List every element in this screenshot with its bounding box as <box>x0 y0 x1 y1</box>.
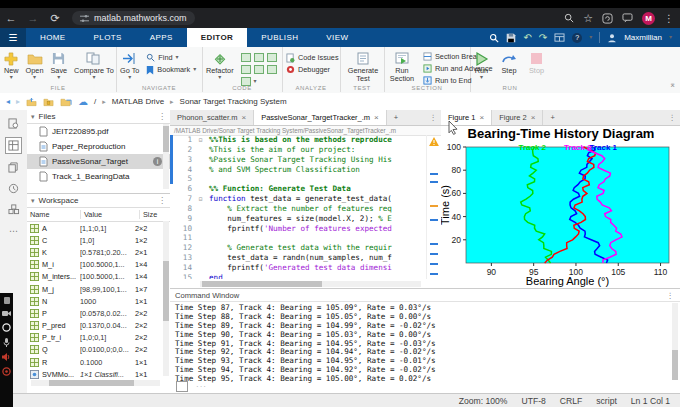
status-encoding[interactable]: UTF-8 <box>521 396 545 406</box>
workspace-scrollbar[interactable] <box>163 221 169 376</box>
layout-icon[interactable] <box>554 33 565 43</box>
panel-menu-icon[interactable]: ⋮ <box>158 112 166 121</box>
upload-icon[interactable] <box>26 97 37 107</box>
file-row[interactable]: PassiveSonar_Targeti <box>27 154 170 169</box>
files-scrollbar[interactable] <box>163 124 169 189</box>
close-icon[interactable]: × <box>374 113 379 122</box>
command-scrollbar[interactable] <box>672 303 678 380</box>
fold-icon[interactable]: ⊟ <box>196 194 205 204</box>
column-value[interactable]: Value <box>81 210 140 219</box>
mw-tab-publish[interactable]: PUBLISH <box>247 28 312 47</box>
workspace-row[interactable]: N10001×1 <box>27 295 170 307</box>
compare-to-button[interactable]: Compare To▾ <box>74 50 114 80</box>
browser-back-icon[interactable]: ← <box>0 12 22 24</box>
bookmark-button[interactable]: Bookmark▾ <box>146 64 196 75</box>
refactor-button[interactable]: Refactor▾ <box>206 50 234 87</box>
new-button[interactable]: New▾ <box>4 50 19 80</box>
workspace-panel-icon[interactable] <box>5 137 22 154</box>
apps-icon[interactable] <box>6 202 21 217</box>
secure-folder-icon[interactable] <box>43 97 54 107</box>
redo-icon[interactable]: ↷ <box>539 32 547 43</box>
workspace-row[interactable]: M_i[100.5000,1...1×4 <box>27 259 170 271</box>
browser-reload-icon[interactable]: ⟳ <box>44 12 66 25</box>
open-button[interactable]: Open▾ <box>26 50 44 80</box>
generate-test-button[interactable]: Generate Test <box>346 50 380 83</box>
workspace-row[interactable]: R0.10001×1 <box>27 356 170 368</box>
workspace-row[interactable]: K[0.5781;0.20...2×1 <box>27 246 170 258</box>
status-eol[interactable]: CRLF <box>560 396 582 406</box>
code-tool-icon[interactable] <box>254 65 264 74</box>
run-section-button[interactable]: Run Section <box>388 50 416 86</box>
tabbar-menu-icon[interactable]: ⋮ <box>430 110 442 125</box>
code-tool-icon[interactable] <box>267 53 277 62</box>
save-button[interactable]: Save▾ <box>50 50 67 80</box>
file-row[interactable]: Paper_Reproduction <box>27 139 170 154</box>
chevron-down-icon[interactable]: ▾ <box>669 35 672 40</box>
speaker-icon[interactable] <box>2 353 11 361</box>
status-filetype[interactable]: script <box>596 396 617 406</box>
code-issues-button[interactable]: Code Issues <box>286 52 339 63</box>
file-browser-icon[interactable] <box>6 116 21 131</box>
save-icon[interactable] <box>506 33 516 43</box>
sync-icon[interactable] <box>602 13 613 24</box>
column-size[interactable]: Size <box>140 210 169 219</box>
collapse-toolstrip-icon[interactable]: ⌅ <box>669 80 676 89</box>
mw-tab-home[interactable]: HOME <box>26 28 80 47</box>
zoom-icon[interactable] <box>564 13 574 23</box>
browser-avatar[interactable]: M <box>642 12 655 25</box>
phone-icon[interactable] <box>3 297 11 304</box>
history-icon[interactable] <box>6 181 21 196</box>
step-button[interactable]: Step <box>501 50 517 80</box>
column-name[interactable]: Name <box>27 210 81 219</box>
figure-tabbar-menu-icon[interactable]: ⋮ <box>669 110 680 125</box>
command-prompt[interactable]: ··· <box>176 381 207 392</box>
mw-tab-plots[interactable]: PLOTS <box>80 28 136 47</box>
timer-icon[interactable] <box>2 367 11 376</box>
site-info-chip[interactable]: matlab.mathworks.com <box>72 11 195 25</box>
workspace-row[interactable]: A[1,1;0,1]2×2 <box>27 222 170 234</box>
mw-tab-view[interactable]: VIEW <box>312 28 362 47</box>
info-icon[interactable]: i <box>153 157 162 166</box>
figure-canvas[interactable]: Bearing-Time History Diagram909510010511… <box>441 125 680 288</box>
warning-icon[interactable] <box>429 137 439 146</box>
nav-forward-icon[interactable]: ▸ <box>16 97 20 106</box>
more-icon[interactable]: ⋯ <box>6 223 21 238</box>
code-tool-icon[interactable] <box>241 53 251 62</box>
documents-icon[interactable] <box>6 160 21 175</box>
collapse-caret-icon[interactable]: ▾ <box>31 197 35 205</box>
close-icon[interactable]: × <box>241 113 246 122</box>
file-row[interactable]: JEIT220895.pdf <box>27 124 170 139</box>
close-icon[interactable]: × <box>531 113 536 122</box>
bookmark-star-icon[interactable]: ☆ <box>583 12 593 25</box>
workspace-row[interactable]: M_j[98,99,100,1...1×7 <box>27 283 170 295</box>
hamburger-icon[interactable]: ☰ <box>0 28 26 47</box>
shared-folder-icon[interactable] <box>60 97 72 107</box>
chevron-down-icon[interactable]: ▾ <box>254 79 257 84</box>
find-button[interactable]: Find▾ <box>146 52 196 63</box>
new-figure-button[interactable]: + <box>543 110 561 125</box>
workspace-row[interactable]: P_tr_i[1,0;0,1]2×2 <box>27 332 170 344</box>
workspace-row[interactable]: Q[0.0100,0;0,0...2×2 <box>27 344 170 356</box>
record-icon[interactable] <box>2 323 11 332</box>
command-output[interactable]: Time Step 87, Track 4: Bearing = 105.09°… <box>170 302 680 384</box>
workspace-row[interactable]: P_pred[0.1370,0.04...2×2 <box>27 320 170 332</box>
mw-tab-editor[interactable]: EDITOR <box>187 28 247 47</box>
code-tool-icon[interactable] <box>241 65 251 74</box>
workspace-hscrollbar[interactable] <box>31 380 160 386</box>
file-row[interactable]: Track_1_BearingData <box>27 169 170 184</box>
editor-hscrollbar[interactable] <box>200 281 421 287</box>
close-icon[interactable]: × <box>480 113 485 122</box>
workspace-row[interactable]: P[0.0578,0.02...2×2 <box>27 307 170 319</box>
undo-icon[interactable]: ↶ <box>523 32 531 43</box>
new-tab-button[interactable]: + <box>387 110 405 125</box>
search-icon[interactable] <box>489 33 499 43</box>
nav-back-icon[interactable]: ◂ <box>6 97 10 106</box>
workspace-row[interactable]: M_inters...[100.5000,1...1×4 <box>27 271 170 283</box>
mw-tab-apps[interactable]: APPS <box>136 28 187 47</box>
camera-icon[interactable] <box>2 310 11 317</box>
figure-tab[interactable]: Figure 2× <box>492 110 543 125</box>
code-tool-icon[interactable] <box>254 53 264 62</box>
collapse-caret-icon[interactable]: ▾ <box>31 113 35 121</box>
workspace-row[interactable]: C[1,0]1×2 <box>27 234 170 246</box>
debugger-button[interactable]: Debugger <box>286 64 339 75</box>
